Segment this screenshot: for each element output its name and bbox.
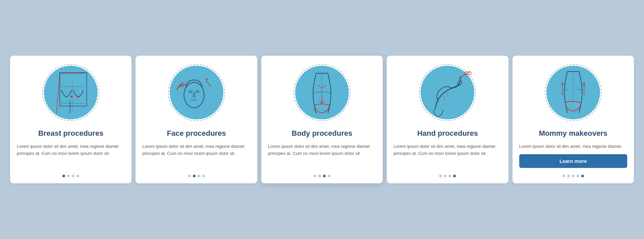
body-title: Body procedures [292,129,353,138]
dot-3 [572,175,575,177]
card-breast: Breast procedures Lorem ipsum dolor sit … [10,56,131,183]
learn-more-button[interactable]: Learn more [519,154,627,168]
card-body: Body procedures Lorem ipsum dolor sit di… [261,56,383,183]
svg-rect-8 [60,73,87,106]
dot-1 [314,175,316,177]
face-title: Face procedures [167,129,226,138]
face-illustration [167,63,226,122]
card-hand: Hand procedures Lorem ipsum dolor sit di… [387,56,508,183]
dot-3 [323,175,326,177]
breast-dots [62,175,79,177]
dot-2 [67,175,70,177]
svg-line-22 [443,97,445,101]
dot-2 [567,175,570,177]
dot-2 [444,175,446,177]
svg-line-26 [577,89,582,90]
mommy-title: Mommy makeovers [539,129,607,138]
dot-4 [202,175,205,177]
body-illustration [293,63,352,122]
breast-title: Breast procedures [38,129,103,138]
mommy-dots [562,175,584,177]
svg-line-18 [462,72,470,77]
dot-1 [62,175,65,177]
card-breast-icon-area [41,62,101,123]
svg-point-9 [184,82,204,108]
face-dots [188,175,205,177]
mommy-text: Lorem ipsum dolor sit dim amet, mea regi… [519,143,627,150]
svg-line-20 [461,77,462,78]
dot-1 [188,175,191,177]
dot-4 [328,175,330,177]
body-dots [314,175,330,177]
breast-illustration [42,63,100,122]
svg-line-25 [564,89,569,90]
hand-dots [439,175,456,177]
svg-line-21 [459,78,461,81]
dot-4 [76,175,79,177]
cards-container: Breast procedures Lorem ipsum dolor sit … [10,56,634,183]
card-hand-icon-area [417,62,478,123]
dot-4 [577,175,579,177]
dot-1 [439,175,442,177]
dot-4 [453,175,456,177]
mommy-illustration [544,63,602,122]
dot-3 [448,175,451,177]
svg-line-0 [57,73,60,114]
svg-line-23 [447,93,448,97]
card-mommy-icon-area [543,62,603,123]
svg-line-13 [318,85,322,88]
svg-point-11 [196,91,199,93]
svg-point-3 [77,96,79,98]
svg-point-10 [189,91,192,93]
dot-5 [581,175,584,177]
hand-title: Hand procedures [417,129,478,138]
dot-2 [193,175,196,177]
breast-text: Lorem ipsum dolor sit dim amet, mea regi… [17,143,125,169]
face-text: Lorem ipsum dolor sit dim amet, mea regi… [142,143,250,169]
card-face-icon-area [166,62,227,123]
card-mommy: Mommy makeovers Lorem ipsum dolor sit di… [513,56,634,183]
svg-line-14 [322,85,326,88]
card-body-icon-area [292,62,352,123]
card-face: Face procedures Lorem ipsum dolor sit di… [136,56,257,183]
svg-line-12 [206,80,211,87]
dot-2 [318,175,321,177]
hand-illustration [418,63,477,122]
dot-3 [198,175,200,177]
dot-1 [562,175,565,177]
hand-text: Lorem ipsum dolor sit dim amet, mea regi… [393,143,501,169]
dot-3 [72,175,74,177]
body-text: Lorem ipsum dolor sit dim amet, mea regi… [268,143,376,169]
